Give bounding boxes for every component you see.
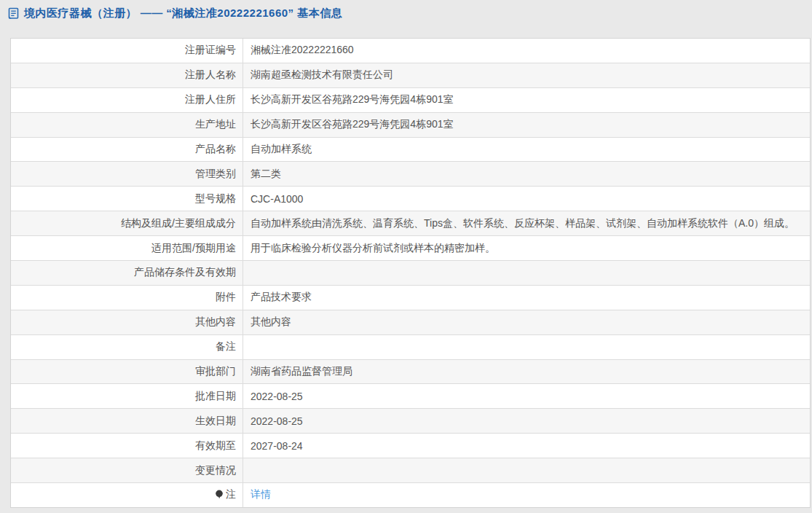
row-label: 生效日期	[11, 409, 243, 433]
row-value: 自动加样系统由清洗系统、温育系统、Tips盒、软件系统、反应杯架、样品架、试剂架…	[243, 211, 810, 235]
table-row: 审批部门湖南省药品监督管理局	[11, 360, 810, 385]
row-label: 有效期至	[11, 434, 243, 458]
row-label-text: 注	[226, 488, 236, 501]
row-value: 湖南超亟检测技术有限责任公司	[243, 63, 810, 87]
row-label-text: 有效期至	[195, 439, 236, 453]
row-value-text: 产品技术要求	[251, 291, 312, 304]
row-value-text: 2027-08-24	[251, 440, 303, 452]
row-value: 2022-08-25	[243, 384, 810, 408]
details-link[interactable]: 详情	[251, 488, 271, 501]
table-row: 批准日期2022-08-25	[11, 384, 810, 409]
table-row: 产品名称自动加样系统	[11, 138, 810, 162]
row-value-text: 自动加样系统	[251, 143, 312, 156]
document-icon	[8, 7, 20, 20]
page-header: 境内医疗器械（注册） —— “湘械注准20222221660” 基本信息	[0, 0, 812, 27]
row-label-text: 注册人名称	[185, 68, 236, 82]
row-label: 注	[11, 483, 243, 507]
row-value-text: 湘械注准20222221660	[251, 44, 354, 57]
table-row: 附件产品技术要求	[11, 286, 810, 310]
row-label: 型号规格	[11, 187, 243, 211]
row-label-text: 备注	[216, 340, 236, 353]
row-value: 2022-08-25	[243, 409, 810, 433]
row-value: 详情	[243, 483, 810, 507]
row-label-text: 生效日期	[195, 415, 236, 428]
balloon-icon	[215, 490, 224, 500]
row-label-text: 审批部门	[195, 365, 236, 378]
row-value-text: 2022-08-25	[251, 415, 303, 427]
row-label-text: 注册人住所	[185, 93, 236, 106]
table-row: 注册证编号湘械注准20222221660	[11, 39, 810, 63]
row-value-text: 湖南超亟检测技术有限责任公司	[251, 68, 393, 82]
row-value-text: 长沙高新开发区谷苑路229号海凭园4栋901室	[251, 93, 454, 106]
row-value	[243, 458, 810, 482]
table-row: 有效期至2027-08-24	[11, 434, 810, 458]
row-value: 其他内容	[243, 310, 810, 334]
row-value: 长沙高新开发区谷苑路229号海凭园4栋901室	[243, 88, 810, 112]
row-value: 产品技术要求	[243, 286, 810, 310]
row-label: 产品储存条件及有效期	[11, 261, 243, 285]
row-label-text: 其他内容	[195, 316, 236, 329]
row-label-text: 结构及组成/主要组成成分	[121, 217, 236, 230]
row-value: 2027-08-24	[243, 434, 810, 458]
row-value: 第二类	[243, 162, 810, 186]
row-value: 用于临床检验分析仪器分析前试剂或样本的精密加样。	[243, 236, 810, 260]
row-label: 备注	[11, 335, 243, 359]
row-value	[243, 335, 810, 359]
row-label: 审批部门	[11, 360, 243, 384]
row-label-text: 注册证编号	[185, 44, 236, 57]
table-row: 管理类别第二类	[11, 162, 810, 187]
row-label: 注册证编号	[11, 39, 243, 63]
row-value	[243, 261, 810, 285]
table-row: 生产地址长沙高新开发区谷苑路229号海凭园4栋901室	[11, 113, 810, 138]
row-value: 湖南省药品监督管理局	[243, 360, 810, 384]
row-value: 自动加样系统	[243, 138, 810, 162]
row-value-text: 第二类	[251, 168, 281, 181]
row-label: 结构及组成/主要组成成分	[11, 211, 243, 235]
row-label: 管理类别	[11, 162, 243, 186]
table-row: 产品储存条件及有效期	[11, 261, 810, 286]
page-title: 境内医疗器械（注册） —— “湘械注准20222221660” 基本信息	[24, 7, 342, 20]
table-row: 其他内容其他内容	[11, 310, 810, 335]
registration-info-table: 注册证编号湘械注准20222221660注册人名称湖南超亟检测技术有限责任公司注…	[10, 38, 811, 508]
table-row: 型号规格CJC-A1000	[11, 187, 810, 211]
row-label-text: 批准日期	[195, 390, 236, 403]
table-row: 变更情况	[11, 458, 810, 483]
row-label-text: 变更情况	[195, 464, 236, 477]
row-label: 适用范围/预期用途	[11, 236, 243, 260]
row-label: 批准日期	[11, 384, 243, 408]
row-label-text: 管理类别	[195, 168, 236, 181]
row-label: 注册人住所	[11, 88, 243, 112]
table-row: 适用范围/预期用途用于临床检验分析仪器分析前试剂或样本的精密加样。	[11, 236, 810, 261]
row-label-text: 产品名称	[195, 143, 236, 156]
row-label: 其他内容	[11, 310, 243, 334]
row-value-text: 自动加样系统由清洗系统、温育系统、Tips盒、软件系统、反应杯架、样品架、试剂架…	[251, 217, 795, 230]
row-label: 注册人名称	[11, 63, 243, 87]
row-value-text: 湖南省药品监督管理局	[251, 365, 352, 378]
table-row: 注详情	[11, 483, 810, 507]
row-label-text: 附件	[216, 291, 236, 304]
row-label-text: 型号规格	[195, 192, 236, 205]
row-value-text: 其他内容	[251, 316, 291, 329]
row-label-text: 适用范围/预期用途	[151, 242, 236, 255]
table-row: 注册人住所长沙高新开发区谷苑路229号海凭园4栋901室	[11, 88, 810, 113]
row-value: CJC-A1000	[243, 187, 810, 211]
row-label: 附件	[11, 286, 243, 310]
table-row: 生效日期2022-08-25	[11, 409, 810, 434]
row-value-text: 长沙高新开发区谷苑路229号海凭园4栋901室	[251, 118, 454, 131]
row-value-text: 用于临床检验分析仪器分析前试剂或样本的精密加样。	[251, 242, 495, 255]
row-label: 产品名称	[11, 138, 243, 162]
row-value-text: 2022-08-25	[251, 391, 303, 402]
row-label-text: 生产地址	[195, 118, 236, 131]
row-label: 变更情况	[11, 458, 243, 482]
table-row: 备注	[11, 335, 810, 360]
table-row: 注册人名称湖南超亟检测技术有限责任公司	[11, 63, 810, 88]
table-row: 结构及组成/主要组成成分自动加样系统由清洗系统、温育系统、Tips盒、软件系统、…	[11, 211, 810, 236]
row-label: 生产地址	[11, 113, 243, 137]
row-value-text: CJC-A1000	[251, 193, 303, 205]
row-value: 湘械注准20222221660	[243, 39, 810, 63]
row-value: 长沙高新开发区谷苑路229号海凭园4栋901室	[243, 113, 810, 137]
row-label-text: 产品储存条件及有效期	[134, 266, 236, 279]
